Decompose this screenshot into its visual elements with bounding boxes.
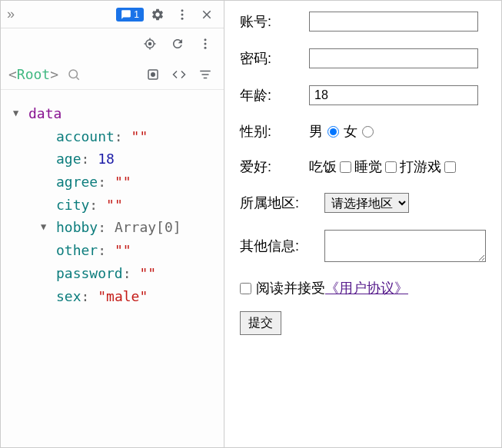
tree-prop-city[interactable]: city: "" (56, 194, 216, 217)
tree-prop-account[interactable]: account: "" (56, 125, 216, 148)
svg-point-9 (204, 38, 207, 41)
data-tree: ▼ data account: "" age: 18 agree: "" cit… (1, 90, 224, 315)
svg-point-10 (204, 43, 207, 45)
tree-prop-password[interactable]: password: "" (56, 262, 216, 285)
search-icon[interactable] (63, 64, 85, 85)
devtools-toolbar-top: » 1 (1, 1, 224, 28)
agree-checkbox[interactable] (240, 283, 251, 294)
other-row: 其他信息: (240, 230, 486, 262)
agreement-link[interactable]: 《用户协议》 (325, 279, 408, 297)
svg-point-15 (151, 72, 155, 76)
more-icon[interactable] (171, 4, 193, 25)
hobby-game-checkbox[interactable] (444, 161, 456, 173)
other-textarea[interactable] (324, 230, 486, 262)
code-icon[interactable] (168, 64, 190, 85)
devtools-toolbar-second (1, 28, 224, 59)
hobby-eat-checkbox[interactable] (340, 161, 351, 173)
age-input[interactable] (309, 85, 478, 105)
hobby-eat-label: 吃饭 (309, 158, 337, 176)
account-input[interactable] (309, 12, 478, 32)
sex-row: 性别: 男 女 (240, 122, 486, 141)
locate-icon[interactable] (139, 33, 161, 55)
devtools-panel: » 1 <Root> (1, 1, 224, 447)
tree-prop-hobby[interactable]: ▼ hobby: Array[0] (41, 216, 216, 239)
svg-point-12 (69, 70, 78, 78)
password-row: 密码: (240, 48, 486, 68)
message-badge[interactable]: 1 (116, 8, 144, 22)
sex-label: 性别: (240, 122, 309, 141)
password-label: 密码: (240, 49, 309, 68)
submit-button[interactable]: 提交 (240, 311, 281, 335)
hobby-checkbox-group: 吃饭 睡觉 打游戏 (309, 158, 456, 176)
root-component-label[interactable]: <Root> (8, 66, 58, 82)
age-row: 年龄: (240, 85, 486, 105)
tree-data-node[interactable]: ▼ data (13, 102, 216, 125)
collapse-arrow-icon: ▼ (41, 220, 50, 235)
hobby-sleep-label: 睡觉 (354, 158, 382, 176)
more-tabs-chevron[interactable]: » (7, 6, 15, 22)
message-count: 1 (134, 9, 139, 20)
refresh-icon[interactable] (167, 33, 188, 55)
tree-prop-agree[interactable]: agree: "" (56, 171, 216, 194)
hobby-row: 爱好: 吃饭 睡觉 打游戏 (240, 158, 486, 176)
password-input[interactable] (309, 48, 478, 68)
agree-text: 阅读并接受 (256, 279, 325, 297)
sex-male-radio[interactable] (327, 126, 339, 138)
account-row: 账号: (240, 12, 486, 32)
filter-icon[interactable] (194, 64, 216, 85)
tree-prop-other[interactable]: other: "" (56, 239, 216, 262)
devtools-component-bar: <Root> (1, 59, 224, 90)
close-icon[interactable] (196, 4, 218, 25)
region-select[interactable]: 请选择地区 (324, 193, 409, 213)
region-row: 所属地区: 请选择地区 (240, 193, 486, 213)
svg-point-4 (149, 43, 151, 45)
svg-point-2 (181, 17, 184, 19)
hobby-label: 爱好: (240, 158, 309, 176)
agree-row: 阅读并接受 《用户协议》 (240, 279, 486, 297)
sex-male-label: 男 (309, 122, 323, 141)
age-label: 年龄: (240, 86, 309, 105)
svg-point-1 (181, 13, 184, 15)
message-icon (121, 9, 131, 20)
form-panel: 账号: 密码: 年龄: 性别: 男 女 爱好: 吃饭 睡觉 打游戏 所属地区: (224, 1, 501, 447)
other-label: 其他信息: (240, 237, 324, 255)
hobby-game-label: 打游戏 (400, 158, 441, 176)
expand-arrow-icon: ▼ (13, 106, 22, 121)
sex-radio-group: 男 女 (309, 122, 374, 141)
inspect-icon[interactable] (142, 64, 164, 85)
tree-prop-sex[interactable]: sex: "male" (56, 285, 216, 308)
settings-icon[interactable] (147, 4, 168, 25)
sex-female-radio[interactable] (362, 126, 374, 138)
svg-line-13 (77, 77, 79, 79)
sex-female-label: 女 (344, 122, 357, 141)
hobby-sleep-checkbox[interactable] (385, 161, 397, 173)
region-label: 所属地区: (240, 194, 324, 212)
svg-point-11 (204, 47, 207, 49)
kebab-icon[interactable] (194, 33, 216, 55)
svg-point-0 (181, 9, 184, 12)
account-label: 账号: (240, 12, 309, 31)
tree-prop-age[interactable]: age: 18 (56, 148, 216, 171)
